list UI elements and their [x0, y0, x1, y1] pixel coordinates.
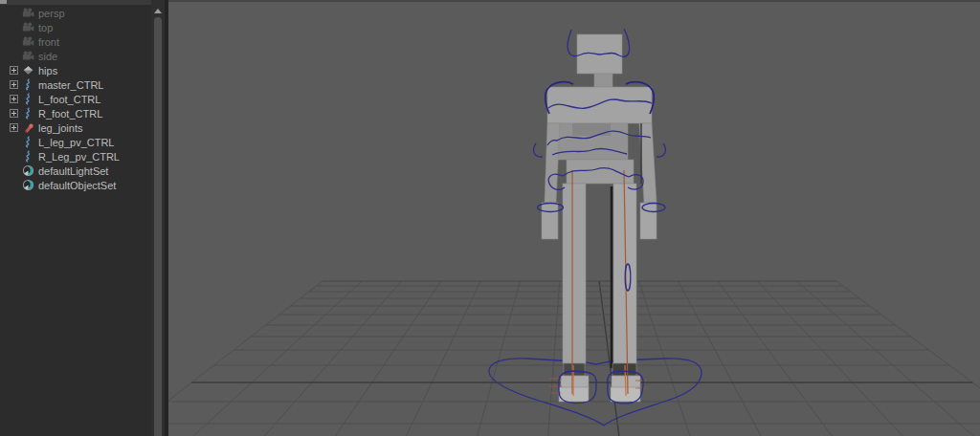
- set-icon: [22, 179, 34, 191]
- left-ankle-mesh[interactable]: [564, 363, 585, 376]
- left-foot-mesh[interactable]: [561, 376, 589, 388]
- panel-handle: [0, 0, 7, 4]
- expand-spacer: [10, 166, 18, 175]
- outliner-item-R_foot_CTRL[interactable]: R_foot_CTRL: [0, 106, 151, 120]
- outliner-scrollbar[interactable]: [151, 0, 165, 436]
- camera-icon: [22, 21, 34, 33]
- curve-icon: [22, 107, 34, 120]
- outliner-item-label: leg_joints: [38, 122, 82, 134]
- expand-toggle[interactable]: [10, 109, 18, 118]
- outliner-topbar: [0, 0, 168, 5]
- curve-icon: [22, 78, 34, 91]
- curve-icon: [22, 150, 34, 163]
- outliner-item-label: R_Leg_pv_CTRL: [38, 151, 120, 163]
- transform-icon: [22, 64, 34, 76]
- outliner-item-label: L_foot_CTRL: [38, 94, 100, 105]
- outliner-item-label: L_leg_pv_CTRL: [38, 137, 115, 148]
- scrollbar-thumb[interactable]: [154, 17, 162, 436]
- outliner-item-label: defaultLightSet: [38, 165, 108, 177]
- outliner-item-label: defaultObjectSet: [38, 180, 116, 191]
- neck-mesh[interactable]: [594, 74, 612, 87]
- expand-toggle[interactable]: [10, 80, 18, 89]
- right-ankle-mesh[interactable]: [612, 363, 636, 376]
- camera-icon: [22, 35, 34, 48]
- outliner-item-label: hips: [38, 65, 57, 76]
- expand-toggle[interactable]: [10, 123, 18, 132]
- left-arm-mesh[interactable]: [545, 123, 560, 203]
- outliner-item-top[interactable]: top: [0, 20, 151, 34]
- expand-spacer: [10, 138, 18, 146]
- maya-window: persptopfrontsidehipsmaster_CTRLL_foot_C…: [0, 0, 980, 436]
- expand-spacer: [10, 52, 18, 60]
- outliner-panel: persptopfrontsidehipsmaster_CTRLL_foot_C…: [0, 0, 168, 436]
- spine-shade: [572, 123, 611, 136]
- outliner-item-label: master_CTRL: [38, 79, 103, 91]
- curve-icon: [22, 136, 34, 148]
- outliner-item-label: top: [38, 22, 53, 33]
- expand-spacer: [10, 23, 18, 32]
- outliner-item-master_CTRL[interactable]: master_CTRL: [0, 77, 151, 92]
- outliner-item-L_leg_pv_CTRL[interactable]: L_leg_pv_CTRL: [0, 135, 151, 149]
- outliner-item-label: persp: [38, 8, 65, 19]
- expand-toggle[interactable]: [10, 95, 18, 103]
- expand-toggle[interactable]: [10, 66, 18, 75]
- expand-spacer: [10, 37, 18, 46]
- outliner-item-label: side: [38, 51, 57, 62]
- outliner-item-label: front: [38, 36, 59, 48]
- outliner-item-hips[interactable]: hips: [0, 63, 151, 77]
- outliner-item-defaultLightSet[interactable]: defaultLightSet: [0, 164, 151, 178]
- outliner-list: persptopfrontsidehipsmaster_CTRLL_foot_C…: [0, 6, 151, 192]
- outliner-item-R_Leg_pv_CTRL[interactable]: R_Leg_pv_CTRL: [0, 149, 151, 164]
- scroll-up-arrow[interactable]: [153, 6, 163, 16]
- outliner-item-L_foot_CTRL[interactable]: L_foot_CTRL: [0, 92, 151, 106]
- outliner-item-label: R_foot_CTRL: [38, 108, 102, 120]
- character-model[interactable]: [542, 34, 657, 402]
- camera-icon: [22, 7, 34, 19]
- expand-spacer: [10, 152, 18, 161]
- outliner-item-front[interactable]: front: [0, 34, 151, 49]
- camera-icon: [22, 50, 34, 62]
- joint-icon: [22, 121, 34, 134]
- left-leg-mesh[interactable]: [563, 184, 586, 363]
- outliner-item-defaultObjectSet[interactable]: defaultObjectSet: [0, 178, 151, 192]
- expand-spacer: [10, 181, 18, 189]
- viewport-top-edge: [168, 0, 980, 2]
- set-icon: [22, 164, 34, 177]
- left-hand-mesh[interactable]: [542, 203, 558, 239]
- outliner-item-leg_joints[interactable]: leg_joints: [0, 120, 151, 135]
- outliner-item-side[interactable]: side: [0, 49, 151, 63]
- expand-spacer: [10, 9, 18, 17]
- outliner-item-persp[interactable]: persp: [0, 6, 151, 20]
- curve-icon: [22, 93, 34, 105]
- viewport-3d[interactable]: [168, 0, 980, 436]
